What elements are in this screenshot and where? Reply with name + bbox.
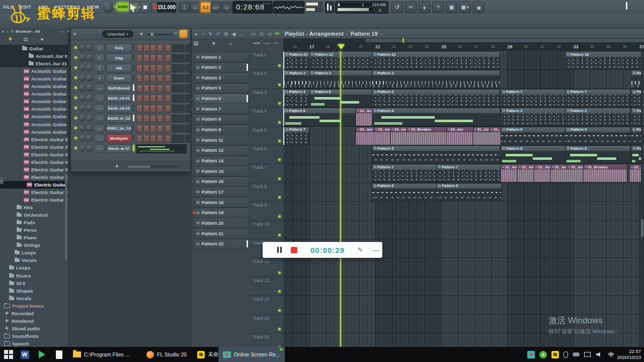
channel-name-button[interactable]: PERC..im_C4 [106,124,132,133]
playlist-track-row[interactable]: ⊟Pattern 3⊟Pattern 6⊟Pattern 3⊟Pattern 7… [283,88,644,108]
channel-led[interactable] [74,46,77,49]
pattern-clip[interactable]: ⊟Pattern 9 [501,127,566,145]
wait-input-icon[interactable]: Ш [190,2,200,13]
track-mute-led[interactable] [278,290,281,293]
step-cell[interactable] [186,64,192,72]
browser-item[interactable]: DWAcoustic Guitar 03 [0,82,68,90]
pattern-clip[interactable]: ⊟Pattern 16 [565,51,644,70]
step-cell[interactable] [172,54,178,62]
bar-beat-display[interactable]: 3.2 [200,2,211,13]
delete-tool-icon[interactable]: ⊘ [224,31,228,37]
step-cell[interactable] [172,74,178,82]
step-cell[interactable] [186,95,192,103]
track-name-cell[interactable]: Track 13⋯ [251,277,283,296]
playback-tool-icon[interactable]: ◁ [267,31,271,37]
playlist-track-row[interactable] [283,333,644,347]
select-tool-icon[interactable]: ▭ [251,31,256,37]
browser-item[interactable]: DWElectric Guitar 08 [0,189,68,196]
track-mute-led[interactable] [278,196,281,199]
channel-pan-knob[interactable] [79,75,85,80]
track-mute-led[interactable] [278,309,281,312]
pattern-clip[interactable]: ⊟Pattern 7 [501,89,566,108]
playlist-track-row[interactable]: ⊟Pattern 7⊟Pattern 7»DL..ker»DL..ker»DL.… [283,163,644,183]
channel-volume-knob[interactable] [87,105,92,111]
video-player-taskbar-icon[interactable] [36,349,47,360]
browser-item[interactable]: Strings [0,241,68,249]
channel-volume-knob[interactable] [87,115,92,121]
pattern-item[interactable]: ⊟Pattern 16 [194,176,249,187]
step-cell[interactable] [143,44,149,52]
browser-item[interactable]: DWElectric Guitar 07 [0,181,68,189]
browser-item[interactable]: DWElectric Guitar 06 [0,173,68,181]
pause-button[interactable] [277,247,282,253]
browser-item[interactable]: Pads [0,219,68,226]
step-cell[interactable] [143,95,149,103]
taskbar-clock[interactable]: 22:57 2020/10/23 [617,348,641,360]
pattern-clip[interactable]: ⊟Pattern 3 [501,108,566,126]
channel-number-button[interactable]: — [94,134,105,143]
track-name-cell[interactable]: Track 2⋯ [251,69,283,88]
browser-item[interactable]: Soundfonts [0,332,68,340]
pattern-clip[interactable]: ⊟Pattern 5 [372,145,500,164]
brush-tool-icon[interactable]: ✐ [216,31,220,37]
step-cell[interactable] [165,54,171,62]
mini-tab-note[interactable]: NOTE [253,42,260,45]
mini-tab-pat[interactable]: PAT [274,42,279,45]
channel-name-button[interactable]: Earth..nd #2 [106,94,132,103]
channel-led[interactable] [74,66,77,69]
stop-button[interactable] [140,2,150,13]
taskbar-app-3[interactable]: Online Screen Re... [218,347,285,362]
step-cell[interactable] [165,135,171,143]
master-volume-sliders[interactable] [305,2,323,12]
step-cell[interactable] [143,54,149,62]
playlist-track-row[interactable] [283,277,644,296]
pattern-item[interactable]: ⊟Pattern 22 [194,239,249,249]
channel-number-button[interactable]: — [94,124,105,133]
audio-clip[interactable]: »DL..ker [374,127,391,145]
step-cell[interactable] [179,135,185,143]
browser-item[interactable]: Vocals [0,256,68,264]
step-cell[interactable] [165,64,171,72]
pattern-clip[interactable]: ⊟Pattern 6 [501,145,566,164]
channel-led[interactable] [74,86,77,89]
channel-led[interactable] [74,147,77,149]
browser-minimize-icon[interactable]: — [60,29,64,34]
pattern-item[interactable]: ⊟Pattern 2 [194,62,249,73]
pattern-item[interactable]: ⊟Pattern 18 [194,197,249,208]
playhead-triangle[interactable] [338,44,345,49]
browser-item[interactable]: DWAcoustic Guitar 06 [0,105,68,113]
pattern-item[interactable]: ⊟Pattern 17 [194,187,249,197]
playlist-track-row[interactable]: ⊟Pattern 2⊟Pattern 2⊟Pattern 2⊟Pattern 1… [283,69,644,88]
pattern-clip[interactable]: ⊟Pattern 7 [283,127,309,145]
browser-item[interactable]: Piano [0,234,68,241]
pattern-item[interactable]: ⊟Pattern 6 [194,94,249,104]
channel-pan-knob[interactable] [79,145,85,151]
browser-item[interactable]: Hits [0,204,68,211]
browser-item[interactable]: DWAcoustic Guitar 05 [0,98,68,105]
beecut-tray-icon[interactable]: 蜂 [551,351,559,358]
step-cell[interactable] [186,44,192,52]
channel-volume-knob[interactable] [87,95,92,101]
browser-item[interactable]: DWElectric Guitar 05 [0,166,68,173]
step-cell[interactable] [150,54,156,62]
main-volume-knob[interactable] [103,2,114,12]
taskbar-app-1[interactable]: FL Studio 20 [142,347,191,362]
track-mute-led[interactable] [278,102,281,105]
browser-up-icon[interactable]: ↑ [6,29,8,34]
channel-name-button[interactable]: Snare [106,74,132,82]
channel-pan-knob[interactable] [79,135,85,141]
step-cell[interactable] [136,54,142,62]
channel-wave-preview[interactable] [136,144,187,153]
track-mute-led[interactable] [278,121,281,124]
playlist-hscrollbar[interactable] [283,38,644,43]
step-cell[interactable] [172,115,178,123]
track-name-cell[interactable]: Track 14⋯ [251,295,283,314]
step-cell[interactable] [157,125,163,133]
pattern-item[interactable]: ⊟Pattern 3 [194,72,249,83]
step-cell[interactable] [143,74,149,82]
channel-led[interactable] [74,137,77,139]
playlist-track-row[interactable] [283,220,644,239]
step-cell[interactable] [186,105,192,113]
step-cell[interactable] [186,115,192,123]
channel-volume-knob[interactable] [87,145,92,151]
